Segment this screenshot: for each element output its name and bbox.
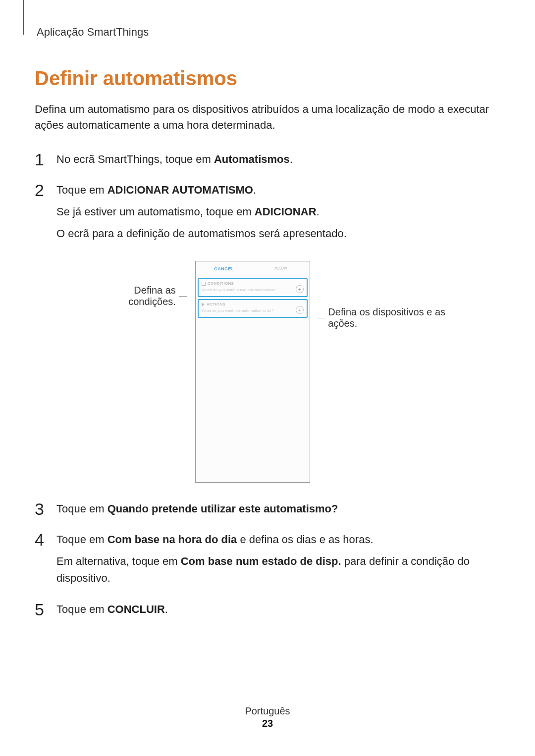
step-text: Toque em bbox=[56, 533, 107, 546]
callout-text: Defina os dispositivos e as ações. bbox=[328, 306, 447, 329]
callout-right: Defina os dispositivos e as ações. bbox=[318, 261, 447, 329]
step-text: . bbox=[317, 205, 320, 218]
step-text: Em alternativa, toque em bbox=[56, 555, 181, 567]
step-2: 2 Toque em ADICIONAR AUTOMATISMO. Se já … bbox=[35, 182, 500, 247]
page-footer: Português 23 bbox=[0, 706, 535, 729]
step-number: 1 bbox=[35, 151, 49, 173]
phone-mockup: CANCEL SAVE CONDITIONS When do you want … bbox=[195, 261, 310, 483]
step-bold: Quando pretende utilizar este automatism… bbox=[107, 503, 338, 515]
step-text: Toque em bbox=[56, 184, 107, 196]
step-text: . bbox=[253, 184, 256, 196]
step-1: 1 No ecrã SmartThings, toque em Automati… bbox=[35, 151, 500, 173]
phone-conditions-label: CONDITIONS bbox=[208, 281, 234, 286]
step-bold: Com base num estado de disp. bbox=[181, 555, 341, 567]
phone-conditions-section[interactable]: CONDITIONS When do you want to use this … bbox=[198, 278, 308, 297]
callout-left: Defina as condições. bbox=[88, 261, 187, 307]
figure: Defina as condições. CANCEL SAVE CONDITI… bbox=[35, 261, 500, 483]
callout-line bbox=[179, 296, 187, 297]
step-bold: Com base na hora do dia bbox=[107, 533, 237, 546]
header-section-name: Aplicação SmartThings bbox=[37, 26, 500, 39]
intro-paragraph: Defina um automatismo para os dispositiv… bbox=[35, 101, 500, 133]
play-icon bbox=[202, 302, 205, 306]
step-4: 4 Toque em Com base na hora do dia e def… bbox=[35, 531, 500, 592]
step-number: 5 bbox=[35, 601, 49, 623]
step-3: 3 Toque em Quando pretende utilizar este… bbox=[35, 501, 500, 522]
phone-tab-save[interactable]: SAVE bbox=[253, 261, 310, 276]
phone-actions-desc: What do you want this automation to do? bbox=[202, 308, 304, 313]
phone-conditions-desc: When do you want to use this automation? bbox=[202, 288, 304, 292]
phone-actions-label: ACTIONS bbox=[207, 302, 225, 306]
step-bold: Automatismos bbox=[214, 153, 290, 165]
step-text: Se já estiver um automatismo, toque em bbox=[56, 205, 255, 218]
vertical-rule bbox=[23, 0, 24, 35]
callout-text: Defina as condições. bbox=[88, 285, 176, 307]
step-5: 5 Toque em CONCLUIR. bbox=[35, 601, 500, 623]
step-number: 3 bbox=[35, 501, 49, 522]
step-text: Toque em bbox=[56, 603, 107, 615]
step-text: Toque em bbox=[56, 503, 107, 515]
phone-tab-cancel[interactable]: CANCEL bbox=[196, 261, 253, 276]
phone-tabbar: CANCEL SAVE bbox=[196, 261, 310, 276]
check-icon bbox=[202, 282, 206, 286]
step-number: 4 bbox=[35, 531, 49, 592]
footer-language: Português bbox=[0, 706, 535, 717]
phone-actions-section[interactable]: ACTIONS What do you want this automation… bbox=[198, 299, 308, 318]
step-number: 2 bbox=[35, 182, 49, 247]
step-text: O ecrã para a definição de automatismos … bbox=[56, 225, 500, 242]
footer-page-number: 23 bbox=[0, 718, 535, 729]
step-text: . bbox=[165, 603, 168, 615]
step-bold: CONCLUIR bbox=[107, 603, 165, 615]
callout-line bbox=[318, 318, 325, 318]
step-text: No ecrã SmartThings, toque em bbox=[56, 153, 214, 165]
step-bold: ADICIONAR AUTOMATISMO bbox=[107, 184, 253, 196]
step-bold: ADICIONAR bbox=[255, 205, 317, 218]
step-text: e defina os dias e as horas. bbox=[237, 533, 373, 546]
step-text: . bbox=[290, 153, 293, 165]
page-title: Definir automatismos bbox=[35, 67, 500, 90]
